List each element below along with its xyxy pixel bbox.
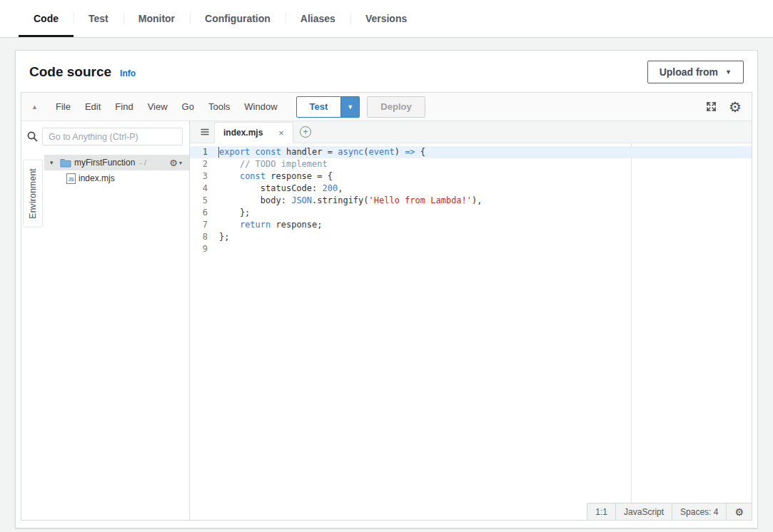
tab-aliases[interactable]: Aliases xyxy=(286,0,350,37)
code-line[interactable]: const response = { xyxy=(216,170,752,183)
file-explorer-sidebar: Environment ▾ myFirstFunction - / xyxy=(21,121,190,520)
svg-text:JS: JS xyxy=(68,176,74,181)
close-tab-icon[interactable]: × xyxy=(278,128,284,138)
line-number: 2 xyxy=(190,158,216,170)
tree-row-folder[interactable]: ▾ myFirstFunction - / ⚙ ▾ xyxy=(44,155,189,170)
editor-tab-strip: index.mjs × + xyxy=(190,121,752,143)
chevron-down-icon: ▼ xyxy=(347,103,353,111)
editor-tab-indexmjs[interactable]: index.mjs × xyxy=(214,122,293,143)
line-number: 6 xyxy=(190,207,216,219)
card-header: Code source Info Upload from ▼ xyxy=(16,51,757,92)
line-number: 1 xyxy=(190,146,216,158)
code-line[interactable]: body: JSON.stringify('Hello from Lambda!… xyxy=(216,195,752,207)
test-dropdown-button[interactable]: ▼ xyxy=(341,96,360,118)
deploy-button[interactable]: Deploy xyxy=(367,96,425,118)
tab-code[interactable]: Code xyxy=(19,0,74,37)
goto-anything-input[interactable] xyxy=(42,128,183,145)
code-line[interactable]: return response; xyxy=(216,219,752,231)
editor-status-bar: 1:1 JavaScript Spaces: 4 ⚙ xyxy=(587,503,752,520)
tree-row-file[interactable]: JS index.mjs xyxy=(44,170,189,186)
line-number: 3 xyxy=(190,170,216,183)
tree-expand-caret-icon[interactable]: ▾ xyxy=(50,159,57,166)
function-tabs: Code Test Monitor Configuration Aliases … xyxy=(0,0,773,38)
line-number-gutter: 123456789 xyxy=(190,143,216,520)
workspace: Environment ▾ myFirstFunction - / xyxy=(21,121,752,520)
menu-go[interactable]: Go xyxy=(175,101,201,112)
line-number: 5 xyxy=(190,195,216,207)
editor-frame: ▲ File Edit Find View Go Tools Window Te… xyxy=(21,92,752,521)
code-line[interactable]: }; xyxy=(216,207,752,219)
test-button[interactable]: Test xyxy=(296,96,342,118)
editor-settings-gear-icon[interactable]: ⚙ xyxy=(729,100,742,114)
side-panel-tabs: Environment xyxy=(21,150,44,520)
gear-icon: ⚙ xyxy=(734,506,744,518)
tab-list-icon[interactable] xyxy=(196,121,214,143)
folder-name: myFirstFunction xyxy=(74,158,135,168)
menu-edit[interactable]: Edit xyxy=(78,101,108,112)
sidebar-body: Environment ▾ myFirstFunction - / xyxy=(21,150,189,520)
folder-icon xyxy=(60,158,71,168)
chevron-down-icon: ▼ xyxy=(725,69,732,76)
menu-find[interactable]: Find xyxy=(108,101,140,112)
folder-path-suffix: - / xyxy=(139,158,146,167)
line-number: 4 xyxy=(190,183,216,195)
cursor-position[interactable]: 1:1 xyxy=(587,503,615,520)
line-number: 7 xyxy=(190,219,216,231)
gear-icon: ⚙ xyxy=(169,158,178,168)
text-cursor xyxy=(218,147,219,158)
upload-from-button[interactable]: Upload from ▼ xyxy=(647,61,744,83)
tab-code-label: Code xyxy=(34,13,59,24)
test-split-button: Test ▼ xyxy=(296,96,360,118)
collapse-panel-icon[interactable]: ▲ xyxy=(31,103,49,111)
environment-panel-tab[interactable]: Environment xyxy=(23,160,43,227)
code-line[interactable] xyxy=(216,243,752,255)
tab-test-label: Test xyxy=(89,13,108,24)
new-tab-button[interactable]: + xyxy=(300,126,311,138)
upload-from-label: Upload from xyxy=(660,66,718,78)
code-content[interactable]: export const handler = async(event) => {… xyxy=(216,143,752,520)
menu-window[interactable]: Window xyxy=(237,101,284,112)
line-number: 8 xyxy=(190,231,216,243)
file-tree: ▾ myFirstFunction - / ⚙ ▾ xyxy=(44,150,189,520)
fullscreen-icon[interactable] xyxy=(705,101,717,113)
line-number: 9 xyxy=(190,243,216,255)
indentation-setting[interactable]: Spaces: 4 xyxy=(672,503,726,520)
js-file-icon: JS xyxy=(66,173,76,184)
tab-versions-label: Versions xyxy=(365,13,407,24)
goto-anything-row xyxy=(21,121,189,150)
menu-view[interactable]: View xyxy=(141,101,175,112)
tab-monitor[interactable]: Monitor xyxy=(123,0,190,37)
tab-versions[interactable]: Versions xyxy=(350,0,422,37)
code-line[interactable]: export const handler = async(event) => { xyxy=(216,146,752,158)
editor-toolbar: ▲ File Edit Find View Go Tools Window Te… xyxy=(21,93,752,121)
code-source-card: Code source Info Upload from ▼ ▲ File Ed… xyxy=(15,50,758,528)
editor-tab-label: index.mjs xyxy=(223,128,263,138)
chevron-down-icon: ▾ xyxy=(179,160,182,166)
tab-aliases-label: Aliases xyxy=(300,13,335,24)
code-line[interactable]: }; xyxy=(216,231,752,243)
menu-file[interactable]: File xyxy=(49,101,78,112)
code-line[interactable]: // TODO implement xyxy=(216,158,752,170)
code-line[interactable]: statusCode: 200, xyxy=(216,183,752,195)
tab-configuration[interactable]: Configuration xyxy=(190,0,286,37)
file-name: index.mjs xyxy=(79,173,115,183)
editor-pane: index.mjs × + 123456789 export const han… xyxy=(190,121,752,520)
code-editor: 123456789 export const handler = async(e… xyxy=(190,143,752,520)
page-title: Code source xyxy=(29,64,111,80)
search-icon[interactable] xyxy=(25,131,40,143)
info-link[interactable]: Info xyxy=(120,68,136,78)
tab-configuration-label: Configuration xyxy=(205,13,271,24)
tab-test[interactable]: Test xyxy=(74,0,123,37)
status-settings-button[interactable]: ⚙ xyxy=(726,503,752,520)
tab-monitor-label: Monitor xyxy=(138,13,175,24)
menu-tools[interactable]: Tools xyxy=(201,101,237,112)
toolbar-right: ⚙ xyxy=(705,100,742,114)
language-mode[interactable]: JavaScript xyxy=(615,503,672,520)
folder-settings-button[interactable]: ⚙ ▾ xyxy=(169,158,182,168)
